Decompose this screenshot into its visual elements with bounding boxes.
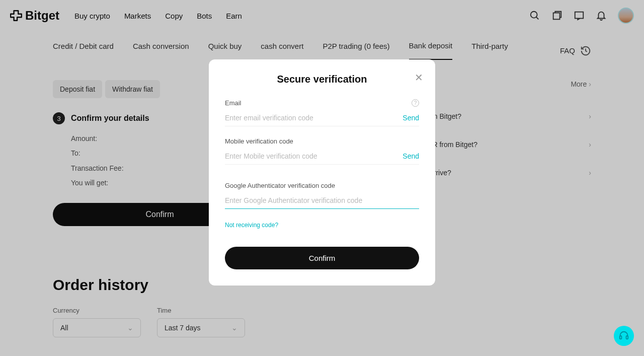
verification-modal: ✕ Secure verification Email ? Send Mobil…	[209, 59, 435, 286]
send-email-code-button[interactable]: Send	[403, 114, 419, 122]
support-fab[interactable]	[614, 326, 634, 346]
mobile-code-input[interactable]	[225, 152, 403, 160]
send-mobile-code-button[interactable]: Send	[403, 152, 419, 160]
not-receiving-link[interactable]: Not receiving code?	[225, 222, 278, 229]
email-code-input[interactable]	[225, 114, 403, 122]
modal-title: Secure verification	[225, 74, 419, 85]
svg-rect-5	[626, 336, 628, 339]
headset-icon	[618, 330, 629, 341]
email-label: Email	[225, 99, 242, 107]
modal-overlay: ✕ Secure verification Email ? Send Mobil…	[0, 0, 644, 356]
help-icon[interactable]: ?	[412, 99, 419, 107]
close-icon[interactable]: ✕	[415, 72, 423, 84]
modal-confirm-button[interactable]: Confirm	[225, 247, 419, 269]
mobile-label: Mobile verification code	[225, 137, 293, 145]
ga-label: Google Authenticator verification code	[225, 182, 335, 189]
ga-code-input[interactable]	[225, 196, 419, 204]
svg-rect-4	[620, 336, 622, 339]
